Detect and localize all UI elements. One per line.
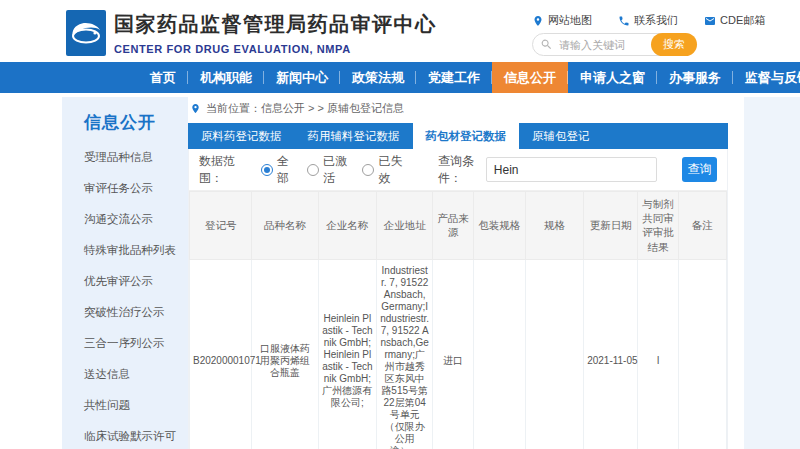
col-product-name: 品种名称 bbox=[252, 192, 318, 260]
tab-excipient-registration[interactable]: 药用辅料登记数据 bbox=[295, 123, 413, 149]
radio-inactive-label: 已失效 bbox=[378, 153, 404, 187]
nav-item-applicant[interactable]: 申请人之窗 bbox=[568, 62, 657, 93]
col-company-address: 企业地址 bbox=[377, 192, 433, 260]
tab-api-registration[interactable]: 原料药登记数据 bbox=[188, 123, 295, 149]
nav-item-info-disclosure[interactable]: 信息公开 bbox=[492, 62, 568, 93]
header-search-button[interactable]: 搜索 bbox=[651, 33, 697, 56]
sidebar-item-delivery-info[interactable]: 送达信息 bbox=[62, 359, 188, 390]
nav-item-policy[interactable]: 政策法规 bbox=[340, 62, 416, 93]
scope-label: 数据范围： bbox=[199, 153, 247, 187]
registration-table: 登记号 品种名称 企业名称 企业地址 产品来源 包装规格 规格 更新日期 与制剂… bbox=[189, 191, 727, 449]
query-condition-input[interactable] bbox=[486, 157, 657, 182]
sidebar-item-priority-review[interactable]: 优先审评公示 bbox=[62, 266, 188, 297]
radio-all-icon[interactable] bbox=[261, 164, 273, 176]
content-box: 数据范围： 全部 已激活 已失效 查询条件： 查询 bbox=[188, 149, 728, 449]
cell-spec bbox=[525, 259, 583, 449]
radio-option-inactive[interactable]: 已失效 bbox=[362, 153, 404, 187]
sidebar-title: 信息公开 bbox=[62, 97, 188, 142]
query-condition-label: 查询条件： bbox=[438, 153, 486, 187]
tab-packaging-material-registration[interactable]: 药包材登记数据 bbox=[413, 123, 520, 149]
col-spec: 规格 bbox=[525, 192, 583, 260]
brand-block: 国家药品监督管理局药品审评中心 CENTER FOR DRUG EVALUATI… bbox=[114, 11, 437, 55]
cde-logo-icon bbox=[66, 13, 106, 53]
cell-update-date: 2021-11-05 bbox=[584, 259, 638, 449]
sidebar: 信息公开 受理品种信息 审评任务公示 沟通交流公示 特殊审批品种列表 优先审评公… bbox=[62, 97, 188, 449]
contact-label: 联系我们 bbox=[634, 13, 678, 28]
col-reg-no: 登记号 bbox=[190, 192, 252, 260]
cde-mail-label: CDE邮箱 bbox=[720, 13, 765, 28]
radio-option-active[interactable]: 已激活 bbox=[307, 153, 349, 187]
sidebar-item-accepted-varieties[interactable]: 受理品种信息 bbox=[62, 142, 188, 173]
sidebar-item-communication[interactable]: 沟通交流公示 bbox=[62, 204, 188, 235]
col-joint-review-result: 与制剂共同审评审批结果 bbox=[638, 192, 678, 260]
radio-active-label: 已激活 bbox=[323, 153, 349, 187]
col-package-spec: 包装规格 bbox=[473, 192, 525, 260]
breadcrumb-text: 当前位置：信息公开 > > 原辅包登记信息 bbox=[206, 101, 404, 116]
sidebar-item-common-issues[interactable]: 共性问题 bbox=[62, 390, 188, 421]
col-remark: 备注 bbox=[678, 192, 726, 260]
table-header-row: 登记号 品种名称 企业名称 企业地址 产品来源 包装规格 规格 更新日期 与制剂… bbox=[190, 192, 727, 260]
sidebar-item-clinical-trial-license[interactable]: 临床试验默示许可 bbox=[62, 421, 188, 449]
radio-active-icon[interactable] bbox=[307, 164, 319, 176]
cell-joint-review-result: I bbox=[638, 259, 678, 449]
nav-item-services[interactable]: 办事服务 bbox=[657, 62, 733, 93]
cde-mail-link[interactable]: CDE邮箱 bbox=[704, 13, 765, 28]
radio-all-label: 全部 bbox=[277, 153, 293, 187]
nav-item-functions[interactable]: 机构职能 bbox=[188, 62, 264, 93]
contact-link[interactable]: 联系我们 bbox=[618, 13, 678, 28]
site-subtitle: CENTER FOR DRUG EVALUATION, NMPA bbox=[114, 43, 437, 55]
site-title: 国家药品监督管理局药品审评中心 bbox=[114, 11, 437, 38]
mail-icon bbox=[704, 15, 716, 27]
site-header: 国家药品监督管理局药品审评中心 CENTER FOR DRUG EVALUATI… bbox=[0, 0, 800, 62]
sidebar-item-special-approval[interactable]: 特殊审批品种列表 bbox=[62, 235, 188, 266]
tab-raw-excipient-pack[interactable]: 原辅包登记 bbox=[519, 123, 603, 149]
cell-remark bbox=[678, 259, 726, 449]
filter-bar: 数据范围： 全部 已激活 已失效 查询条件： 查询 bbox=[189, 149, 727, 191]
breadcrumb: 当前位置：信息公开 > > 原辅包登记信息 bbox=[188, 101, 728, 116]
radio-inactive-icon[interactable] bbox=[362, 164, 374, 176]
cell-source: 进口 bbox=[433, 259, 473, 449]
right-background-strip bbox=[744, 97, 800, 449]
radio-option-all[interactable]: 全部 bbox=[261, 153, 293, 187]
main-content: 当前位置：信息公开 > > 原辅包登记信息 原料药登记数据 药用辅料登记数据 药… bbox=[188, 101, 728, 449]
sitemap-label: 网站地图 bbox=[548, 13, 592, 28]
data-tabs: 原料药登记数据 药用辅料登记数据 药包材登记数据 原辅包登记 bbox=[188, 123, 728, 149]
query-button[interactable]: 查询 bbox=[682, 157, 717, 182]
quick-links: 网站地图 联系我们 CDE邮箱 bbox=[532, 13, 765, 28]
col-source: 产品来源 bbox=[433, 192, 473, 260]
sitemap-link[interactable]: 网站地图 bbox=[532, 13, 592, 28]
sidebar-item-review-tasks[interactable]: 审评任务公示 bbox=[62, 173, 188, 204]
table-row: B20200001071 口服液体药用聚丙烯组合瓶盖 Heinlein Plas… bbox=[190, 259, 727, 449]
col-update-date: 更新日期 bbox=[584, 192, 638, 260]
cell-reg-no: B20200001071 bbox=[190, 259, 252, 449]
nav-item-supervision[interactable]: 监督与反馈 bbox=[733, 62, 800, 93]
location-pin-icon bbox=[190, 103, 201, 114]
main-nav: 首页 机构职能 新闻中心 政策法规 党建工作 信息公开 申请人之窗 办事服务 监… bbox=[0, 62, 800, 93]
header-search: 搜索 bbox=[532, 33, 696, 56]
nav-item-home[interactable]: 首页 bbox=[138, 62, 188, 93]
cell-company-name: Heinlein Plastik - Technik GmbH;Heinlein… bbox=[318, 259, 376, 449]
cell-product-name: 口服液体药用聚丙烯组合瓶盖 bbox=[252, 259, 318, 449]
search-icon bbox=[540, 38, 553, 51]
sidebar-item-three-in-one[interactable]: 三合一序列公示 bbox=[62, 328, 188, 359]
phone-icon bbox=[618, 15, 630, 27]
cell-package-spec bbox=[473, 259, 525, 449]
location-pin-icon bbox=[532, 15, 544, 27]
nav-item-party[interactable]: 党建工作 bbox=[416, 62, 492, 93]
cde-logo[interactable] bbox=[66, 10, 106, 56]
sidebar-item-breakthrough-therapy[interactable]: 突破性治疗公示 bbox=[62, 297, 188, 328]
cell-company-address: Industriestr. 7, 91522 Ansbach,Germany;I… bbox=[377, 259, 433, 449]
nav-item-news[interactable]: 新闻中心 bbox=[264, 62, 340, 93]
col-company-name: 企业名称 bbox=[318, 192, 376, 260]
